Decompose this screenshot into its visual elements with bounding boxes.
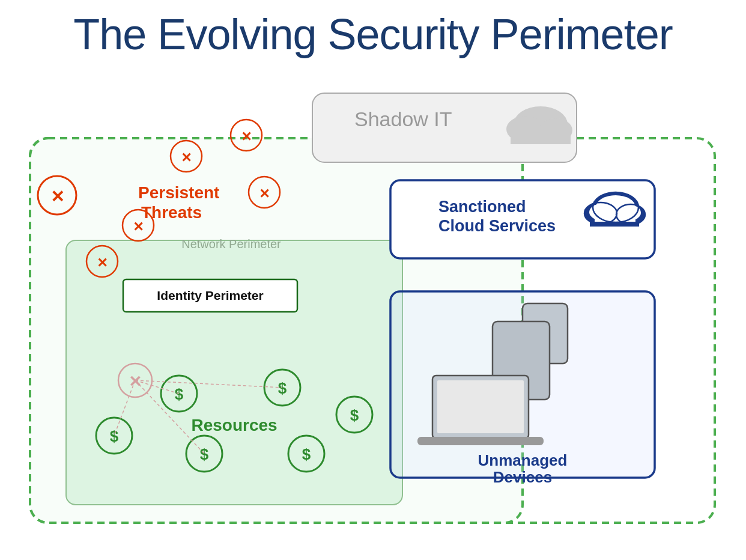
svg-line-54	[135, 380, 282, 388]
svg-text:Unmanaged: Unmanaged	[478, 451, 568, 469]
svg-rect-31	[432, 376, 529, 439]
svg-point-28	[542, 355, 549, 362]
svg-rect-33	[417, 437, 544, 445]
svg-point-61	[123, 210, 154, 241]
svg-point-36	[161, 376, 197, 412]
svg-text:$: $	[175, 385, 184, 403]
svg-point-21	[618, 205, 641, 221]
svg-point-19	[596, 195, 635, 219]
svg-point-30	[517, 391, 526, 399]
svg-point-40	[264, 370, 300, 406]
svg-text:$: $	[110, 427, 119, 445]
svg-text:Threats: Threats	[141, 203, 202, 222]
svg-rect-0	[30, 138, 523, 523]
page-title: The Evolving Security Perimeter	[0, 0, 746, 58]
svg-point-24	[584, 202, 617, 224]
svg-rect-29	[493, 321, 550, 400]
svg-point-38	[96, 418, 132, 454]
svg-rect-22	[595, 212, 635, 222]
svg-text:✕: ✕	[259, 186, 270, 201]
svg-text:✕: ✕	[97, 255, 108, 270]
svg-point-42	[186, 436, 222, 472]
svg-point-9	[506, 116, 545, 142]
svg-rect-1	[30, 138, 715, 523]
svg-text:✕: ✕	[133, 219, 144, 234]
svg-text:Cloud Services: Cloud Services	[438, 217, 556, 235]
svg-rect-12	[390, 180, 655, 258]
svg-point-49	[118, 364, 152, 397]
svg-point-15	[593, 192, 638, 222]
svg-text:✕: ✕	[50, 187, 64, 206]
svg-rect-2	[66, 240, 402, 505]
svg-point-23	[593, 192, 638, 222]
svg-text:Devices: Devices	[493, 468, 552, 486]
svg-rect-26	[390, 291, 655, 478]
svg-rect-4	[123, 279, 297, 312]
svg-rect-27	[523, 303, 568, 364]
svg-point-55	[171, 141, 202, 172]
svg-text:✕: ✕	[241, 129, 252, 144]
svg-text:Network Perimeter: Network Perimeter	[181, 237, 281, 251]
svg-point-46	[336, 397, 372, 433]
svg-text:Sanctioned: Sanctioned	[438, 198, 526, 216]
svg-point-20	[589, 204, 616, 221]
svg-text:Persistent: Persistent	[138, 183, 219, 202]
svg-rect-6	[312, 93, 577, 162]
svg-point-10	[539, 118, 572, 142]
svg-point-25	[616, 204, 645, 225]
svg-rect-11	[511, 129, 571, 144]
svg-text:Identity Perimeter: Identity Perimeter	[157, 288, 263, 302]
svg-text:✕: ✕	[129, 373, 142, 391]
svg-point-44	[288, 436, 324, 472]
svg-text:Shadow IT: Shadow IT	[354, 108, 452, 130]
svg-rect-18	[590, 213, 639, 227]
svg-point-63	[86, 246, 118, 277]
svg-point-16	[584, 202, 617, 224]
diagram-area: Network Perimeter Identity Perimeter Sha…	[18, 81, 728, 550]
svg-text:✕: ✕	[181, 150, 192, 165]
svg-line-52	[114, 380, 135, 436]
svg-line-51	[135, 380, 179, 394]
svg-text:$: $	[278, 379, 287, 397]
svg-point-57	[231, 120, 262, 151]
svg-point-8	[514, 106, 568, 142]
svg-text:$: $	[302, 445, 311, 463]
svg-line-53	[135, 380, 204, 454]
svg-text:Resources: Resources	[191, 416, 277, 434]
svg-text:$: $	[200, 445, 209, 463]
svg-point-59	[38, 176, 76, 215]
svg-point-65	[249, 177, 280, 208]
svg-point-17	[616, 204, 645, 225]
svg-text:$: $	[350, 406, 359, 424]
svg-rect-32	[437, 380, 524, 433]
